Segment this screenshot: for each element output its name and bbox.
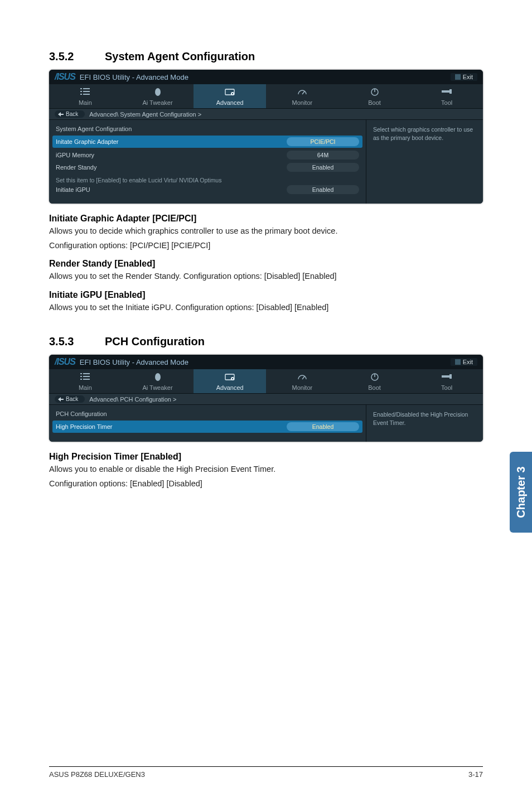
gauge-icon	[266, 88, 338, 98]
tab-advanced[interactable]: Advanced	[194, 84, 266, 108]
bios-screenshot-1: ISUS EFI BIOS Utility - Advanced Mode Ex…	[49, 70, 483, 204]
svg-line-10	[302, 91, 304, 94]
config-value[interactable]: Enabled	[287, 185, 359, 194]
bios-header: ISUS EFI BIOS Utility - Advanced Mode Ex…	[49, 355, 483, 369]
exit-icon	[455, 359, 461, 365]
back-label: Back	[66, 396, 78, 402]
bios-config-panel: System Agent Configuration Initate Graph…	[49, 120, 366, 204]
item-text: Configuration options: [Enabled] [Disabl…	[49, 479, 483, 490]
help-text: Enabled/Disabled the High Precision Even…	[373, 411, 468, 426]
svg-point-21	[155, 373, 161, 381]
config-label: Initate Graphic Adapter	[56, 138, 281, 145]
exit-label: Exit	[463, 359, 473, 365]
tool-icon	[410, 373, 483, 383]
tab-tool[interactable]: Tool	[410, 84, 483, 108]
svg-rect-16	[83, 373, 90, 374]
config-note: Set this item to [Enabled] to enable Luc…	[56, 177, 359, 183]
svg-rect-2	[80, 91, 82, 92]
config-value[interactable]: Enabled	[287, 422, 359, 431]
config-row-initiate-igpu[interactable]: Initiate iGPU Enabled	[56, 183, 359, 196]
footer-left: ASUS P8Z68 DELUXE/GEN3	[49, 770, 145, 779]
config-value[interactable]: 64M	[287, 151, 359, 160]
config-value[interactable]: PCIE/PCI	[287, 137, 359, 146]
asus-logo: ISUS	[55, 357, 75, 367]
asus-logo: ISUS	[55, 72, 75, 82]
config-value[interactable]: Enabled	[287, 163, 359, 172]
config-label: High Precision Timer	[56, 423, 281, 430]
tab-tool[interactable]: Tool	[410, 369, 483, 393]
tab-label: Boot	[368, 99, 381, 106]
tab-label: Main	[79, 384, 92, 391]
bios-config-panel: PCH Configuration High Precision Timer E…	[49, 405, 366, 442]
config-row-igpu-memory[interactable]: iGPU Memory 64M	[56, 149, 359, 161]
tab-monitor[interactable]: Monitor	[266, 369, 338, 393]
svg-rect-3	[83, 91, 90, 92]
config-title: System Agent Configuration	[56, 125, 359, 132]
tab-ai-tweaker[interactable]: Ai Tweaker	[122, 84, 194, 108]
svg-rect-1	[83, 88, 90, 89]
section-number: 3.5.3	[49, 335, 105, 348]
tab-monitor[interactable]: Monitor	[266, 84, 338, 108]
config-row-render-standy[interactable]: Render Standy Enabled	[56, 161, 359, 173]
chapter-label: Chapter 3	[515, 466, 528, 518]
page-footer: ASUS P8Z68 DELUXE/GEN3 3-17	[49, 766, 483, 779]
tab-label: Advanced	[216, 99, 244, 106]
tab-label: Main	[79, 99, 92, 106]
tab-label: Ai Tweaker	[142, 99, 172, 106]
mouse-icon	[122, 373, 194, 383]
back-button[interactable]: Back	[55, 110, 85, 118]
config-row-high-precision-timer[interactable]: High Precision Timer Enabled	[52, 421, 362, 433]
item-heading: Initiate iGPU [Enabled]	[49, 290, 483, 300]
breadcrumb-row: Back Advanced\ System Agent Configuratio…	[49, 109, 483, 120]
svg-rect-14	[449, 89, 452, 94]
tab-boot[interactable]: Boot	[338, 369, 411, 393]
bios-header: ISUS EFI BIOS Utility - Advanced Mode Ex…	[49, 70, 483, 84]
exit-button[interactable]: Exit	[451, 358, 477, 366]
svg-rect-5	[83, 94, 90, 95]
svg-rect-9	[232, 93, 233, 94]
exit-button[interactable]: Exit	[451, 73, 477, 81]
bios-help-panel: Enabled/Disabled the High Precision Even…	[366, 405, 483, 442]
item-heading: Render Standy [Enabled]	[49, 259, 483, 269]
svg-rect-4	[80, 94, 82, 95]
tab-label: Tool	[441, 384, 452, 391]
item-text: Allows you to decide which graphics cont…	[49, 226, 483, 237]
config-label: iGPU Memory	[56, 152, 281, 158]
gauge-icon	[266, 373, 338, 383]
power-icon	[338, 373, 411, 383]
tab-ai-tweaker[interactable]: Ai Tweaker	[122, 369, 194, 393]
config-row-graphic-adapter[interactable]: Initate Graphic Adapter PCIE/PCI	[52, 136, 362, 148]
svg-rect-29	[449, 374, 452, 379]
exit-icon	[455, 74, 461, 80]
tab-main[interactable]: Main	[49, 84, 122, 108]
config-title: PCH Configuration	[56, 410, 359, 417]
tab-advanced[interactable]: Advanced	[194, 369, 266, 393]
section-title: System Agent Configuration	[105, 50, 255, 62]
chip-icon	[194, 88, 266, 98]
tab-label: Monitor	[292, 384, 313, 391]
config-label: Render Standy	[56, 164, 281, 171]
back-arrow-icon	[58, 112, 64, 117]
tab-label: Tool	[441, 99, 452, 106]
back-button[interactable]: Back	[55, 395, 85, 403]
svg-rect-18	[83, 376, 90, 377]
svg-rect-13	[442, 90, 449, 93]
svg-rect-17	[80, 376, 82, 377]
tab-main[interactable]: Main	[49, 369, 122, 393]
svg-point-6	[155, 88, 161, 96]
list-icon	[49, 373, 122, 383]
item-text: Allows you to set the Initiate iGPU. Con…	[49, 302, 483, 313]
footer-right: 3-17	[468, 770, 483, 779]
item-text: Allows you to enable or disable the High…	[49, 464, 483, 475]
section-heading: 3.5.2System Agent Configuration	[49, 50, 483, 63]
section-title: PCH Configuration	[105, 335, 205, 347]
svg-line-25	[302, 376, 304, 379]
tab-boot[interactable]: Boot	[338, 84, 411, 108]
tab-label: Ai Tweaker	[142, 384, 172, 391]
svg-rect-15	[80, 373, 82, 374]
svg-rect-20	[83, 379, 90, 380]
bios-help-panel: Select which graphics controller to use …	[366, 120, 483, 204]
help-text: Select which graphics controller to use …	[373, 126, 473, 141]
section-heading: 3.5.3PCH Configuration	[49, 335, 483, 348]
chip-icon	[194, 373, 266, 383]
